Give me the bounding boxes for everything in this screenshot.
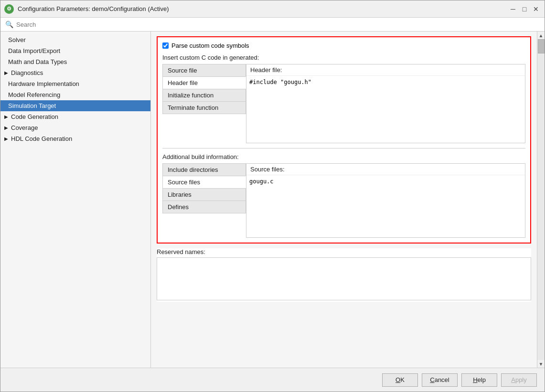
tab-libraries[interactable]: Libraries (162, 188, 246, 201)
footer: OK Cancel Help Apply (0, 368, 545, 392)
scroll-track[interactable] (537, 39, 545, 360)
hardware-impl-label: Hardware Implementation (8, 80, 79, 87)
sidebar-item-data-import-export[interactable]: Data Import/Export (0, 45, 150, 56)
tab-header-file[interactable]: Header file (162, 76, 246, 89)
coverage-arrow-icon: ▶ (4, 125, 8, 130)
help-label: Help (473, 376, 486, 383)
scroll-thumb[interactable] (538, 39, 545, 53)
reserved-names-section: Reserved names: (157, 248, 531, 302)
search-input[interactable] (16, 21, 540, 28)
apply-label: Apply (511, 376, 527, 383)
code-content-area: Header file: #include "gougu.h" (246, 64, 525, 143)
divider (162, 148, 525, 148)
simulation-target-label: Simulation Target (8, 102, 56, 109)
parse-custom-code-checkbox[interactable] (162, 42, 169, 49)
ok-button[interactable]: OK (382, 373, 418, 387)
source-files-textarea[interactable]: gougu.c (246, 175, 525, 237)
code-generation-label: Code Generation (11, 113, 58, 120)
panel-scrollbar[interactable]: ▲ ▼ (537, 32, 545, 368)
diagnostics-label: Diagnostics (11, 69, 43, 76)
sidebar-item-math-and-data-types[interactable]: Math and Data Types (0, 56, 150, 67)
reserved-names-textarea[interactable] (157, 257, 531, 300)
insert-label: Insert custom C code in generated: (162, 54, 525, 61)
math-data-types-label: Math and Data Types (8, 58, 67, 65)
tab-defines[interactable]: Defines (162, 201, 246, 213)
scroll-up-arrow[interactable]: ▲ (537, 32, 545, 39)
sidebar-item-model-referencing[interactable]: Model Referencing (0, 89, 150, 100)
coverage-label: Coverage (11, 124, 38, 131)
reserved-names-label: Reserved names: (157, 248, 531, 255)
title-bar: ⚙ Configuration Parameters: demo/Configu… (0, 0, 545, 18)
window-controls: ─ □ ✕ (508, 4, 541, 14)
additional-grid: Include directories Source files Librari… (162, 163, 525, 238)
search-icon: 🔍 (5, 21, 13, 28)
sidebar-item-hardware-implementation[interactable]: Hardware Implementation (0, 78, 150, 89)
apply-button[interactable]: Apply (501, 373, 537, 387)
cancel-button[interactable]: Cancel (422, 373, 458, 387)
panel: Parse custom code symbols Insert custom … (151, 32, 537, 368)
tab-source-file[interactable]: Source file (162, 64, 246, 76)
sidebar-item-coverage[interactable]: ▶ Coverage (0, 122, 150, 133)
code-gen-arrow-icon: ▶ (4, 114, 8, 119)
sidebar-item-solver[interactable]: Solver (0, 34, 150, 45)
parse-checkbox-label: Parse custom code symbols (171, 42, 249, 49)
code-insert-grid: Source file Header file Initialize funct… (162, 64, 525, 143)
code-tabs: Source file Header file Initialize funct… (162, 64, 246, 143)
sidebar: Solver Data Import/Export Math and Data … (0, 32, 151, 368)
diagnostics-arrow-icon: ▶ (4, 70, 8, 75)
scroll-down-arrow[interactable]: ▼ (537, 360, 545, 368)
additional-content-area: Source files: gougu.c (246, 163, 525, 238)
additional-tabs: Include directories Source files Librari… (162, 163, 246, 238)
ok-label: OK (395, 376, 405, 383)
hdl-code-gen-arrow-icon: ▶ (4, 136, 8, 141)
sidebar-item-hdl-code-generation[interactable]: ▶ HDL Code Generation (0, 133, 150, 144)
data-import-export-label: Data Import/Export (8, 47, 60, 54)
tab-terminate-function[interactable]: Terminate function (162, 101, 246, 114)
app-icon: ⚙ (4, 4, 14, 14)
header-file-content-label: Header file: (246, 64, 525, 76)
solver-label: Solver (8, 36, 26, 43)
maximize-button[interactable]: □ (520, 4, 529, 14)
cancel-label: Cancel (430, 376, 449, 383)
help-button[interactable]: Help (461, 373, 497, 387)
parse-checkbox-row: Parse custom code symbols (162, 42, 525, 49)
model-referencing-label: Model Referencing (8, 91, 60, 98)
tab-include-directories[interactable]: Include directories (162, 163, 246, 176)
custom-code-section: Parse custom code symbols Insert custom … (157, 36, 531, 244)
sidebar-item-code-generation[interactable]: ▶ Code Generation (0, 111, 150, 122)
sidebar-item-simulation-target[interactable]: Simulation Target (0, 100, 150, 111)
tab-source-files[interactable]: Source files (162, 176, 246, 188)
header-file-textarea[interactable]: #include "gougu.h" (246, 76, 525, 143)
main-content: Solver Data Import/Export Math and Data … (0, 32, 545, 368)
tab-initialize-function[interactable]: Initialize function (162, 89, 246, 101)
close-button[interactable]: ✕ (531, 4, 541, 14)
minimize-button[interactable]: ─ (508, 4, 518, 14)
window-title: Configuration Parameters: demo/Configura… (18, 5, 169, 12)
hdl-code-generation-label: HDL Code Generation (11, 135, 72, 142)
search-bar: 🔍 (0, 18, 545, 32)
main-window: ⚙ Configuration Parameters: demo/Configu… (0, 0, 545, 392)
additional-label: Additional build information: (162, 153, 525, 160)
sidebar-item-diagnostics[interactable]: ▶ Diagnostics (0, 67, 150, 78)
title-bar-left: ⚙ Configuration Parameters: demo/Configu… (4, 4, 169, 14)
source-files-content-label: Source files: (246, 164, 525, 175)
